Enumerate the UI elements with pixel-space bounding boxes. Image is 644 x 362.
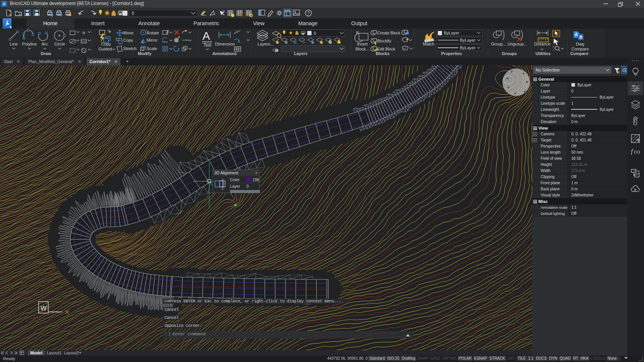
svg-text:ByLayer: ByLayer (460, 38, 476, 42)
svg-text:Layers: Layers (294, 51, 307, 56)
svg-text:Properties: Properties (441, 51, 462, 56)
svg-text:Polyline: Polyline (22, 42, 37, 46)
svg-text:B: B (579, 35, 582, 39)
svg-text:Text: Text (204, 43, 211, 47)
svg-text:A: A (575, 32, 578, 37)
svg-text:W: W (41, 305, 47, 312)
svg-text:ByLayer: ByLayer (460, 45, 476, 50)
svg-text:A: A (238, 39, 240, 44)
svg-text:Blockify: Blockify (377, 39, 391, 43)
svg-text:Guided: Guided (98, 47, 112, 51)
svg-text:Line: Line (10, 42, 18, 46)
svg-text:Arc: Arc (42, 42, 48, 46)
svg-text:(x): (x) (634, 149, 640, 154)
svg-text:Move: Move (123, 31, 134, 35)
svg-text:Block...: Block... (355, 47, 369, 51)
svg-text:Utilities: Utilities (535, 51, 551, 56)
svg-text:Create Block: Create Block (377, 31, 401, 35)
svg-text:Rotate: Rotate (147, 31, 159, 35)
svg-text:Insert: Insert (357, 42, 368, 46)
svg-text:Group...: Group... (491, 42, 506, 46)
svg-text:Scale: Scale (147, 46, 157, 51)
svg-text:Layers...: Layers... (258, 42, 274, 46)
svg-text:Copy: Copy (123, 38, 133, 42)
svg-text:0: 0 (314, 31, 316, 36)
svg-text:0: 0 (132, 11, 134, 16)
svg-text:Annotations: Annotations (212, 51, 237, 56)
svg-text:Circle: Circle (54, 42, 65, 46)
svg-text:ByLayer: ByLayer (444, 31, 460, 35)
svg-text:Stretch: Stretch (123, 46, 137, 51)
svg-text:Compare: Compare (570, 51, 589, 56)
svg-text:Draw: Draw (41, 51, 51, 56)
svg-text:?: ? (307, 11, 310, 15)
svg-text:Compare: Compare (571, 47, 589, 51)
svg-text:Copy: Copy (101, 42, 111, 46)
svg-text:f: f (631, 148, 634, 155)
svg-text:Dimension: Dimension (215, 42, 235, 46)
svg-text:Modify: Modify (138, 51, 152, 56)
svg-text:Ungroup...: Ungroup... (507, 42, 527, 46)
svg-text:Match: Match (423, 42, 434, 46)
svg-text:A: A (202, 29, 210, 42)
svg-text:Dwg: Dwg (576, 42, 584, 46)
svg-text:Edit Block: Edit Block (377, 47, 395, 51)
svg-text:Mirror: Mirror (147, 38, 158, 42)
svg-text:Blocks: Blocks (376, 51, 390, 56)
svg-text:Groups: Groups (502, 51, 517, 56)
svg-text:Distance: Distance (534, 42, 551, 46)
